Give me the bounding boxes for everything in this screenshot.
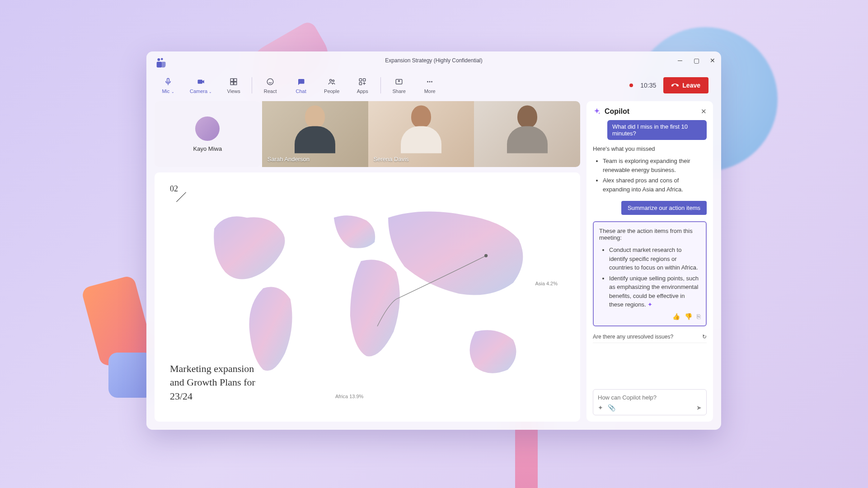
camera-button[interactable]: Camera ⌄ [190, 77, 212, 94]
copilot-close-button[interactable]: ✕ [701, 107, 707, 116]
svg-rect-2 [157, 62, 162, 68]
minimize-button[interactable]: ─ [676, 56, 684, 65]
copilot-response-text: Here's what you missed [593, 145, 707, 152]
toolbar-separator [252, 77, 252, 93]
attachment-icon[interactable]: 📎 [608, 404, 615, 411]
mic-icon [163, 77, 173, 87]
copilot-highlighted-response: These are the action items from this mee… [593, 221, 707, 326]
share-icon [394, 77, 404, 87]
share-button[interactable]: Share [390, 77, 408, 94]
participant-tile[interactable] [474, 101, 580, 167]
chat-button[interactable]: Chat [292, 77, 310, 94]
app-window: Expansion Strategy (Highly Confidential)… [146, 51, 721, 430]
avatar [195, 116, 220, 141]
participant-tile[interactable]: Serena Davis [368, 101, 474, 167]
apps-icon [357, 77, 367, 87]
apps-button[interactable]: Apps [353, 77, 371, 94]
copy-button[interactable]: ⎘ [697, 313, 700, 320]
mic-button[interactable]: Mic ⌄ [159, 77, 177, 94]
chat-icon [296, 77, 306, 87]
user-message: What did I miss in the first 10 minutes? [607, 120, 707, 140]
copilot-input[interactable] [598, 394, 702, 401]
shared-presentation[interactable]: 02 [155, 172, 580, 422]
maximize-button[interactable]: ▢ [692, 56, 700, 65]
thumbs-up-button[interactable]: 👍 [672, 313, 680, 320]
svg-rect-14 [359, 83, 361, 85]
react-icon [265, 77, 275, 87]
svg-point-11 [333, 80, 334, 82]
phone-hangup-icon [671, 82, 679, 89]
refresh-icon[interactable]: ↻ [702, 334, 707, 340]
views-icon [229, 77, 239, 87]
svg-point-10 [330, 79, 332, 82]
copilot-title: Copilot [605, 107, 697, 116]
slide-title: Marketing expansion and Growth Plans for… [170, 362, 260, 404]
meeting-timer: 10:35 [640, 82, 656, 89]
copilot-sparkle-icon [593, 107, 601, 116]
participant-name: Sarah Anderson [267, 156, 310, 163]
more-button[interactable]: More [421, 77, 439, 94]
summarize-action-button[interactable]: Summarize our action items [621, 201, 707, 215]
toolbar-separator [380, 77, 381, 93]
svg-point-16 [427, 81, 428, 83]
participant-tile[interactable]: Kayo Miwa [155, 101, 261, 167]
participant-row: Kayo Miwa Sarah Anderson Serena Davis [155, 101, 580, 167]
svg-point-17 [429, 81, 431, 83]
svg-rect-5 [230, 79, 233, 81]
participant-name: Serena Davis [374, 156, 409, 163]
views-button[interactable]: Views [225, 77, 243, 94]
svg-point-18 [431, 81, 432, 83]
suggestion-chip[interactable]: Are there any unresolved issues? ↻ [593, 331, 707, 343]
thumbs-down-button[interactable]: 👎 [685, 313, 692, 320]
recording-indicator-icon [629, 84, 633, 87]
svg-rect-3 [167, 79, 169, 83]
leave-button[interactable]: Leave [663, 77, 708, 93]
sparkle-icon: ✦ [647, 301, 652, 308]
camera-icon [196, 77, 206, 87]
svg-rect-8 [234, 82, 237, 85]
meeting-toolbar: Mic ⌄ Camera ⌄ Views React Chat [146, 70, 721, 101]
react-button[interactable]: React [261, 77, 279, 94]
participant-tile[interactable]: Sarah Anderson [262, 101, 368, 167]
svg-rect-12 [359, 79, 361, 81]
titlebar: Expansion Strategy (Highly Confidential)… [146, 51, 721, 70]
svg-point-19 [484, 254, 488, 257]
participant-name: Kayo Miwa [193, 145, 222, 152]
window-title: Expansion Strategy (Highly Confidential) [385, 57, 482, 64]
svg-rect-7 [230, 82, 233, 85]
svg-rect-13 [363, 79, 366, 81]
copilot-input-container: ✦ 📎 ➤ [593, 389, 707, 415]
send-button[interactable]: ➤ [696, 404, 702, 411]
people-icon [327, 77, 337, 87]
map-label-asia: Asia 4.2% [535, 281, 558, 286]
svg-point-9 [267, 79, 273, 85]
teams-logo-icon [155, 56, 167, 69]
map-label-africa: Africa 13.9% [335, 394, 363, 399]
svg-point-1 [161, 58, 163, 60]
more-icon [425, 77, 435, 87]
copilot-panel: Copilot ✕ What did I miss in the first 1… [586, 101, 713, 422]
slide-number: 02 [170, 184, 178, 194]
svg-rect-6 [234, 79, 237, 81]
svg-point-0 [157, 58, 160, 61]
close-button[interactable]: ✕ [708, 56, 717, 65]
copilot-response-list: Team is exploring expanding their renewa… [593, 157, 707, 194]
sparkle-prompt-icon[interactable]: ✦ [598, 404, 603, 411]
svg-rect-4 [197, 80, 202, 84]
people-button[interactable]: People [323, 77, 341, 94]
